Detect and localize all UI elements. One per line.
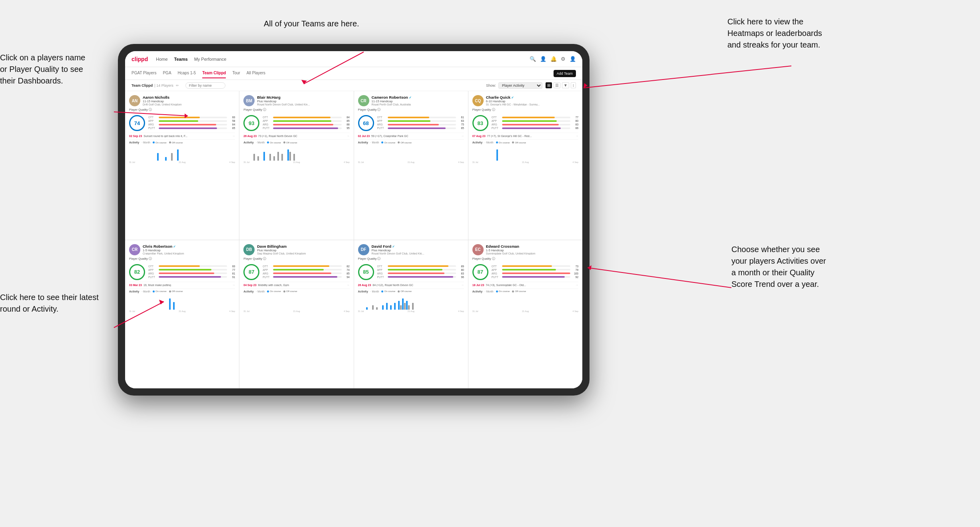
quality-circle[interactable]: 68: [358, 115, 374, 131]
player-card-0[interactable]: AN Aaron Nicholls 11-15 Handicap Drift G…: [125, 91, 239, 240]
player-card-7[interactable]: EC Edward Crossman 1-5 Handicap Sunningd…: [468, 240, 582, 389]
quality-section[interactable]: 82 OTT 60 APP: [129, 264, 235, 280]
quality-circle[interactable]: 85: [358, 264, 374, 280]
chart-area: [129, 145, 235, 161]
quality-circle[interactable]: 82: [129, 264, 145, 280]
quality-label: Player Quality ⓘ: [129, 257, 235, 261]
latest-round[interactable]: 02 Jul 23 59 (+17), Craigmillar Park GC …: [358, 133, 464, 138]
player-name[interactable]: David Ford✓: [372, 244, 464, 249]
activity-period[interactable]: · Month: [141, 290, 150, 293]
latest-round[interactable]: 07 Aug 23 77 (+7), St George's Hill GC -…: [472, 133, 578, 138]
quality-section[interactable]: 68 OTT 61 APP: [358, 115, 464, 131]
quality-section[interactable]: 74 OTT 60 APP: [129, 115, 235, 131]
activity-period[interactable]: · Month: [485, 290, 494, 293]
settings-icon[interactable]: ⚙: [561, 56, 566, 62]
tab-team-clippd[interactable]: Team Clippd: [202, 68, 226, 78]
nav-link-myperformance[interactable]: My Performance: [194, 56, 227, 62]
activity-period[interactable]: · Month: [485, 141, 494, 144]
player-card-4[interactable]: CR Chris Robertson✓ 1-5 Handicap Craigmi…: [125, 240, 239, 389]
activity-period[interactable]: · Month: [256, 290, 265, 293]
stat-bar-bg-putt: [388, 127, 456, 129]
player-card-5[interactable]: DB Dave Billingham Plus Handicap Sag Mag…: [239, 240, 353, 389]
search-icon[interactable]: 🔍: [530, 56, 536, 62]
quality-circle[interactable]: 87: [243, 264, 259, 280]
player-name[interactable]: Blair McHarg: [257, 95, 349, 99]
latest-round[interactable]: 26 Aug 23 73 (+1), Royal North Devon GC …: [243, 133, 349, 138]
stat-row-ott: OTT 73: [492, 265, 578, 268]
player-name[interactable]: Cameron Robertson✓: [372, 95, 464, 99]
latest-round[interactable]: 02 Sep 23 Sunset round to get back into …: [129, 133, 235, 138]
quality-circle[interactable]: 93: [243, 115, 259, 131]
filter-icon[interactable]: ▼: [562, 82, 569, 88]
activity-period[interactable]: · Month: [370, 290, 379, 293]
chart-container: 31 Jul 21 Aug 4 Sep: [358, 294, 464, 312]
tab-pgat-players[interactable]: PGAT Players: [131, 68, 156, 78]
stat-bar-app: [502, 269, 556, 270]
nav-link-home[interactable]: Home: [156, 56, 167, 62]
round-date: 26 Aug 23: [358, 284, 371, 286]
player-name[interactable]: Dave Billingham: [257, 244, 349, 249]
quality-circle[interactable]: 83: [472, 115, 488, 131]
bell-icon[interactable]: 🔔: [550, 56, 557, 62]
stat-row-arg: ARG 81: [148, 272, 235, 275]
player-card-1[interactable]: BM Blair McHarg Plus Handicap Royal Nort…: [239, 91, 353, 240]
player-name[interactable]: Edward Crossman: [486, 244, 578, 249]
latest-round[interactable]: 03 Mar 23 19, Must make putting →: [129, 282, 235, 287]
verified-icon: ✓: [173, 245, 176, 249]
activity-title: Activity: [243, 141, 253, 144]
activity-period[interactable]: · Month: [370, 141, 379, 144]
chart-area: [358, 294, 464, 310]
stat-bar-ott: [502, 117, 555, 118]
activity-title: Activity: [129, 141, 139, 144]
sort-icon[interactable]: ↕: [571, 82, 576, 88]
grid-view-icon[interactable]: ⊞: [546, 82, 552, 88]
player-card-3[interactable]: CQ Charlie Quick✓ 6-10 Handicap St. Geor…: [468, 91, 582, 240]
quality-circle[interactable]: 87: [472, 264, 488, 280]
stat-value-putt: 94: [343, 276, 350, 278]
filter-input[interactable]: [185, 82, 225, 89]
activity-header: Activity · Month On course Off course: [358, 141, 464, 144]
quality-circle[interactable]: 74: [129, 115, 145, 131]
tab-tour[interactable]: Tour: [232, 68, 240, 78]
stat-row-ott: OTT 60: [148, 265, 235, 268]
quality-section[interactable]: 87 OTT 73 APP: [472, 264, 578, 280]
stat-bar-bg-ott: [502, 117, 570, 118]
quality-section[interactable]: 93 OTT 84 APP: [243, 115, 349, 131]
edit-icon[interactable]: ✏: [176, 84, 179, 88]
latest-round[interactable]: 26 Aug 23 84 (+12), Royal North Devon GC…: [358, 282, 464, 287]
player-card-2[interactable]: CR Cameron Robertson✓ 11-15 Handicap Roy…: [354, 91, 468, 240]
player-name[interactable]: Charlie Quick✓: [486, 95, 578, 99]
quality-section[interactable]: 83 OTT 77 APP: [472, 115, 578, 131]
add-team-button[interactable]: Add Team: [554, 70, 576, 77]
tab-hcaps[interactable]: Hcaps 1-5: [178, 68, 196, 78]
stat-bar-app: [159, 269, 211, 270]
tab-pga[interactable]: PGA: [163, 68, 171, 78]
activity-period[interactable]: · Month: [256, 141, 265, 144]
activity-header: Activity · Month On course Off course: [358, 290, 464, 293]
stat-bar-arg: [502, 124, 559, 125]
stat-bar-arg: [388, 124, 439, 125]
show-select[interactable]: Player Activity Quality Score Trend: [498, 82, 542, 89]
quality-label: Player Quality ⓘ: [358, 257, 464, 261]
player-info: Charlie Quick✓ 6-10 Handicap St. George'…: [486, 95, 578, 106]
nav-link-teams[interactable]: Teams: [174, 56, 188, 62]
list-view-icon[interactable]: ☰: [554, 82, 560, 88]
latest-round[interactable]: 18 Jul 23 74 (+3), Sunningdale GC - Old.…: [472, 282, 578, 287]
player-name[interactable]: Chris Robertson✓: [143, 244, 235, 249]
round-text: 19, Must make putting: [143, 284, 230, 286]
tab-all-players[interactable]: All Players: [247, 68, 265, 78]
player-info: Aaron Nicholls 11-15 Handicap Drift Golf…: [143, 95, 235, 106]
quality-section[interactable]: 87 OTT 82 APP: [243, 264, 349, 280]
stat-bar-bg-arg: [502, 124, 570, 125]
chart-container: 31 Jul 21 Aug 4 Sep: [243, 294, 349, 312]
avatar-icon[interactable]: 👤: [570, 56, 576, 62]
activity-period[interactable]: · Month: [141, 141, 150, 144]
player-handicap: 11-15 Handicap: [143, 99, 235, 103]
player-name[interactable]: Aaron Nicholls: [143, 95, 235, 99]
quality-section[interactable]: 85 OTT 89 APP: [358, 264, 464, 280]
latest-round[interactable]: 04 Sep 23 Mobility with coach, Gym →: [243, 282, 349, 287]
player-card-6[interactable]: DF David Ford✓ Plus Handicap Royal North…: [354, 240, 468, 389]
nav-logo[interactable]: clippd: [131, 56, 148, 62]
stat-bar-bg-arg: [388, 124, 456, 125]
user-icon[interactable]: 👤: [540, 56, 546, 62]
